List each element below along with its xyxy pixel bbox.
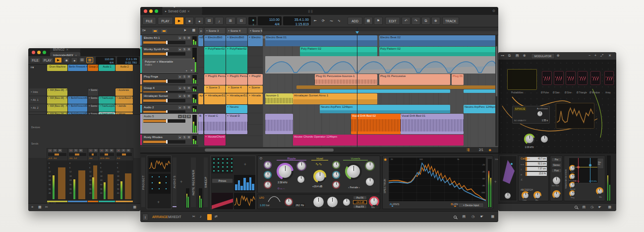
zoom-icon[interactable]	[155, 9, 158, 13]
acceleration-value[interactable]: 1.55 s	[542, 119, 548, 122]
view-tab[interactable]: EDIT	[174, 215, 181, 219]
arranger-clip[interactable]: Electro Beat 01	[265, 35, 377, 46]
record-arm-button[interactable]: ●	[178, 115, 182, 118]
delete-button[interactable]: ⊗	[431, 17, 440, 25]
mute-button[interactable]: M	[79, 149, 83, 152]
vowels-small-knob-2[interactable]	[333, 172, 339, 178]
sine-modulator[interactable]	[234, 193, 255, 209]
cabinet-letter-button[interactable]: H	[531, 189, 533, 191]
beam-modulator[interactable]	[212, 193, 233, 209]
ripple-small-knob-2[interactable]	[265, 172, 271, 178]
scissors-icon[interactable]: ✂	[192, 215, 195, 219]
zoom-level[interactable]: 2/1	[479, 148, 483, 152]
trash-knob[interactable]	[570, 183, 575, 187]
cab-mix-knob[interactable]	[535, 193, 540, 198]
touch-mode-icon[interactable]: ☛	[480, 215, 483, 219]
duplicate-icon[interactable]: ⧉	[508, 54, 511, 58]
frequency-knob[interactable]	[526, 135, 533, 143]
launcher-clip[interactable]: B	[198, 114, 203, 134]
probabilities-module[interactable]	[507, 69, 537, 90]
snap-icon[interactable]: ◈	[489, 148, 491, 152]
track-header[interactable]: Plug Finga ●SM	[140, 74, 198, 85]
record-arm-button[interactable]: ●	[178, 94, 182, 98]
ripple-small-knob-3[interactable]	[265, 182, 271, 188]
lfo-rate-value[interactable]: 1.00 bar	[260, 204, 270, 207]
close-icon[interactable]	[144, 9, 147, 13]
automation-write-icon[interactable]: ∿	[338, 19, 341, 23]
track-name[interactable]: Electro Kit 1	[144, 36, 160, 39]
ruler-bars[interactable]: 1113151719212325272931333537394143454749…	[263, 31, 498, 35]
mute-button[interactable]: M	[187, 115, 191, 118]
expand-icon[interactable]: ⤢	[600, 54, 603, 58]
mute-button[interactable]: M	[187, 36, 191, 40]
grid-module[interactable]: Ø Saw	[554, 71, 564, 85]
frequency-value[interactable]: 2.09 kHz	[525, 146, 534, 149]
ripple-cutoff-knob[interactable]	[279, 165, 292, 178]
remove-device-icon[interactable]: ✕	[190, 69, 193, 72]
modulator-button[interactable]: MODULATOR	[531, 53, 555, 59]
arranger-clip[interactable]: Plug 01 Percussive-bounce-1	[315, 74, 377, 85]
track-name[interactable]: Himalayan Sunset	[144, 94, 168, 97]
track-header[interactable]: Himalayan Sunset ●SM	[140, 93, 198, 104]
launcher-clip[interactable]: ‣ Himala	[248, 93, 263, 104]
solo-button[interactable]: S	[182, 36, 186, 40]
record-arm-button[interactable]: ●	[48, 149, 52, 152]
grid-canvas[interactable]: Probabilities Ø Pulse Ø Saw Ø Sine	[498, 60, 616, 153]
flag-icon-button[interactable]: ⚑	[374, 17, 383, 25]
piano-keyboard-icon[interactable]: ▦	[491, 215, 494, 219]
note-receiver-device[interactable]: NOTE RECEIVER	[191, 157, 196, 207]
mute-button[interactable]: M	[187, 86, 191, 90]
loop-icon[interactable]: ⟳	[322, 19, 325, 23]
volume-slider[interactable]	[143, 119, 185, 123]
grid-icon[interactable]: ▦	[38, 205, 42, 209]
arranger-clip[interactable]: Electro Beat 02	[379, 35, 496, 46]
cabinet-value[interactable]: 23.6 %	[526, 172, 547, 176]
launcher-clip[interactable]: ayan51	[198, 93, 203, 104]
launcher-clip[interactable]: ‣ Neutro	[226, 105, 247, 113]
lfo-freq-value[interactable]: 262 Hz	[294, 204, 305, 207]
shuffle-button[interactable]: ⚄	[205, 17, 214, 25]
solo-button[interactable]: S	[94, 149, 98, 152]
volume-slider[interactable]	[143, 140, 185, 144]
record-arm-button[interactable]: ●	[178, 106, 182, 109]
view-tab[interactable]: ARRANGE	[152, 215, 168, 219]
clock-icon[interactable]: ◷	[590, 205, 593, 209]
filter-knob-2[interactable]	[327, 197, 338, 207]
delete-icon[interactable]: ⊗	[523, 54, 526, 58]
ripple-filter-type-icons[interactable]: ⏻ ▭ ⌒	[278, 187, 285, 190]
arranger-clip[interactable]	[320, 89, 450, 93]
filter-power-icon[interactable]: ⏻	[260, 157, 262, 160]
vowels-right-knob-2[interactable]	[366, 178, 374, 186]
aux-knob[interactable]	[541, 136, 548, 143]
post-fx-button[interactable]: Post FX	[353, 205, 367, 209]
launcher-clip[interactable]: ‣ Plug01 Percu	[226, 74, 247, 85]
play-button[interactable]: ▶	[175, 17, 184, 25]
search-icon[interactable]	[454, 216, 457, 219]
dual-monitor-toggle[interactable]	[207, 214, 212, 220]
vowels-main-knob[interactable]	[347, 165, 360, 178]
add-device-plus[interactable]: +	[180, 179, 182, 184]
sweep-device-tab[interactable]: SWEEP	[204, 157, 208, 207]
track-name[interactable]: Plug Finga	[144, 75, 158, 78]
track-name[interactable]: Rusty Rhodes	[144, 136, 163, 139]
grid-module[interactable]: Ø Triangle	[578, 71, 587, 85]
vowels-mode-selector[interactable]: ‹ Female ›	[343, 186, 365, 189]
solo-button[interactable]: S	[182, 115, 186, 118]
howl-gain-value[interactable]: +19.4 dB	[312, 185, 322, 188]
polymer-preset-name[interactable]: Index	[145, 63, 192, 66]
follow-playhead-icon[interactable]: ⇶	[467, 148, 469, 152]
launcher-clip[interactable]: ‣ PolyPatter02	[204, 47, 226, 74]
primes-histogram[interactable]	[234, 175, 255, 191]
solo-button[interactable]: S	[182, 75, 186, 78]
edit-button[interactable]: EDIT	[385, 17, 400, 25]
acceleration-knob[interactable]	[537, 111, 542, 116]
ripple-freq-value[interactable]: 3.58 kHz	[278, 181, 288, 184]
spectrum-title[interactable]: SPECTRUM	[384, 166, 386, 206]
piano-icon[interactable]: ▦	[133, 205, 136, 209]
volume-slider[interactable]	[143, 41, 185, 44]
spectrum-power-icon[interactable]: ◉	[384, 157, 387, 161]
punch-display[interactable]: ◉≡	[248, 17, 256, 25]
view-tab[interactable]: MIX	[168, 215, 174, 219]
inspector-button[interactable]: i	[142, 214, 148, 221]
mute-button[interactable]: M	[187, 94, 191, 98]
